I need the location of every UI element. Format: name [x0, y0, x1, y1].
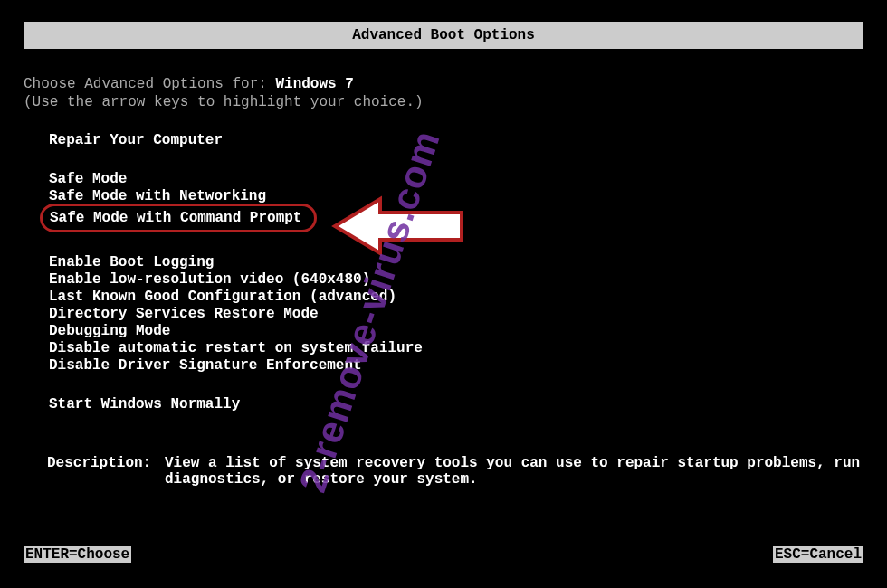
option-safe-mode[interactable]: Safe Mode	[45, 171, 130, 187]
os-prompt-line: Choose Advanced Options for: Windows 7	[24, 76, 863, 92]
option-last-known-good[interactable]: Last Known Good Configuration (advanced)	[45, 289, 400, 305]
arrow-annotation-icon	[326, 194, 471, 262]
option-safe-mode-networking[interactable]: Safe Mode with Networking	[45, 188, 270, 204]
main-content: Choose Advanced Options for: Windows 7 (…	[0, 49, 887, 488]
option-enable-boot-logging[interactable]: Enable Boot Logging	[45, 254, 217, 270]
os-name: Windows 7	[275, 76, 353, 92]
option-repair-computer[interactable]: Repair Your Computer	[45, 132, 226, 148]
footer-esc: ESC=Cancel	[773, 546, 863, 563]
description-block: Description: View a list of system recov…	[24, 455, 863, 488]
option-disable-auto-restart[interactable]: Disable automatic restart on system fail…	[45, 340, 426, 356]
repair-section: Repair Your Computer	[24, 132, 863, 149]
option-start-normally[interactable]: Start Windows Normally	[45, 396, 243, 413]
normal-section: Start Windows Normally	[24, 396, 863, 413]
option-debugging-mode[interactable]: Debugging Mode	[45, 323, 174, 339]
option-disable-driver-sig[interactable]: Disable Driver Signature Enforcement	[45, 357, 366, 374]
footer-enter: ENTER=Choose	[24, 546, 131, 563]
prompt-prefix: Choose Advanced Options for:	[24, 76, 275, 92]
option-low-res-video[interactable]: Enable low-resolution video (640x480)	[45, 271, 374, 288]
hint-line: (Use the arrow keys to highlight your ch…	[24, 94, 863, 110]
option-safe-mode-command-prompt[interactable]: Safe Mode with Command Prompt	[40, 204, 317, 232]
advanced-section: Enable Boot Logging Enable low-resolutio…	[24, 254, 863, 375]
page-title: Advanced Boot Options	[352, 27, 535, 43]
title-bar: Advanced Boot Options	[24, 22, 863, 49]
description-label: Description:	[47, 455, 165, 488]
option-directory-services-restore[interactable]: Directory Services Restore Mode	[45, 306, 322, 322]
description-text: View a list of system recovery tools you…	[165, 455, 863, 488]
